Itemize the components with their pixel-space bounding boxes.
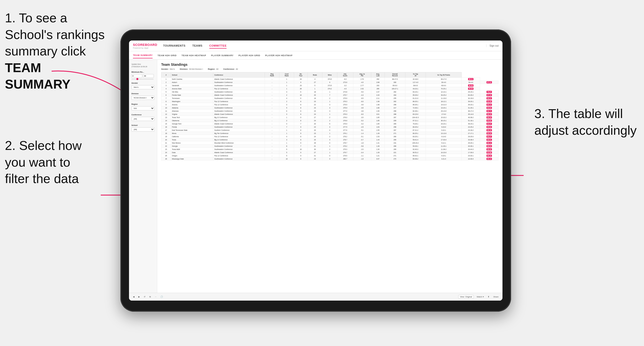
cell-9-10: 1.86 <box>371 106 385 109</box>
cell-5-14: 60-26-2 <box>462 94 480 97</box>
sub-nav-team-h2h-heatmap[interactable]: TEAM H2H HEATMAP <box>182 53 206 58</box>
cell-19-7: 4 <box>322 138 337 141</box>
cell-4-15: 79.27 <box>480 90 498 94</box>
cell-1-15: 87.21 <box>480 81 498 84</box>
cell-12-12: 104-42-3 <box>405 116 426 119</box>
cell-1-11: 260 <box>384 81 405 84</box>
cell-8-3: - <box>265 103 279 106</box>
cell-10-11: 268 <box>384 109 405 113</box>
cell-3-0: 4 <box>162 87 171 90</box>
toolbar-forward[interactable]: ▶ <box>137 295 141 298</box>
table-row: 11ArkansasSoutheastern Conference-682332… <box>162 109 498 113</box>
sub-nav-team-summary[interactable]: TEAM SUMMARY <box>133 52 152 58</box>
gender-select[interactable]: Men's Women's <box>132 85 154 89</box>
sub-nav-player-h2h-grid[interactable]: PLAYER H2H GRID <box>238 53 260 58</box>
cell-10-4: 6 <box>279 109 294 113</box>
filter-conference: Conference: All <box>223 68 238 70</box>
filter-division: Division: NCAA Division I <box>180 68 203 70</box>
cell-18-3: - <box>265 135 279 138</box>
minimum-label: Minimum Ro... <box>132 71 154 73</box>
cell-8-10: 1.98 <box>371 103 385 106</box>
cell-11-10: 3.01 <box>371 113 385 116</box>
cell-11-8: 276.3 <box>337 113 353 116</box>
cell-0-2: Atlantic Coast Conference <box>213 78 265 81</box>
gender-label: Gender <box>132 82 154 84</box>
school-select[interactable]: (All) <box>132 127 154 132</box>
table-row: 6Florida StateAtlantic Coast Conference-… <box>162 94 498 97</box>
cell-18-12: 83-25-1 <box>405 135 426 138</box>
cell-8-7: 3 <box>322 103 337 106</box>
cell-25-3: - <box>265 157 279 161</box>
cell-2-4: 1 <box>279 84 294 87</box>
conference-label: Conference <box>132 114 154 116</box>
cell-19-12: 59-41-4 <box>405 138 426 141</box>
minimum-slider[interactable] <box>132 79 154 79</box>
sub-nav: TEAM SUMMARY TEAM H2H GRID TEAM H2H HEAT… <box>129 51 502 60</box>
cell-4-10: 2.37 <box>371 90 385 94</box>
cell-6-12: 61-21-0 <box>405 97 426 100</box>
cell-13-8: 276.6 <box>337 119 353 122</box>
sub-nav-player-h2h-heatmap[interactable]: PLAYER H2H HEATMAP <box>265 53 293 58</box>
cell-16-2: Southern Conference <box>213 129 265 132</box>
min-input-2[interactable] <box>143 74 154 78</box>
toolbar-right: View: Original Watch ▾ ⬆ Share <box>458 295 500 299</box>
nav-tournaments[interactable]: TOURNAMENTS <box>163 43 186 49</box>
cell-3-14: 85.58 <box>462 87 480 90</box>
cell-10-2: Southeastern Conference <box>213 109 265 113</box>
min-input-1[interactable] <box>132 74 142 78</box>
table-row: 5Ole MissSoutheastern Conference-3618127… <box>162 90 498 94</box>
cell-9-7: 3 <box>322 106 337 109</box>
cell-13-4: 2 <box>279 119 294 122</box>
col-conf-rank: ConfRank <box>279 72 294 78</box>
watch-button[interactable]: Watch ▾ <box>476 295 485 298</box>
cell-16-13: 9-10-1 <box>426 129 462 132</box>
share-button[interactable]: ⬆ <box>487 295 490 298</box>
col-adj-score: Adj.Score <box>337 72 353 78</box>
sub-nav-team-h2h-grid[interactable]: TEAM H2H GRID <box>158 53 177 58</box>
conference-select[interactable]: (All) <box>132 117 154 121</box>
division-select[interactable]: NCAA Division I NCAA Division II NCAA Di… <box>132 96 154 100</box>
cell-21-7: 1 <box>322 145 337 148</box>
cell-6-5: 6 <box>294 97 308 100</box>
view-original-button[interactable]: View: Original <box>458 295 474 299</box>
col-rank: # <box>162 72 171 78</box>
nav-teams[interactable]: TEAMS <box>192 43 202 49</box>
toolbar-refresh[interactable]: ↺ <box>143 295 146 298</box>
cell-16-9: -5.1 <box>353 129 371 132</box>
share-label[interactable]: Share <box>492 295 500 298</box>
cell-2-13: 60-6-0 <box>426 84 462 87</box>
cell-18-10: 1.53 <box>371 135 385 138</box>
cell-24-3: - <box>265 154 279 157</box>
toolbar-clock[interactable]: 🕐 <box>160 295 164 298</box>
cell-13-6: 24 <box>308 119 322 122</box>
sidebar-division-section: Division NCAA Division I NCAA Division I… <box>132 93 154 101</box>
cell-8-12: 86-26-1 <box>405 103 426 106</box>
cell-22-3: - <box>265 148 279 151</box>
cell-1-12: 117-4-0 <box>405 81 426 84</box>
cell-15-5: 9 <box>294 125 308 129</box>
cell-24-0: 25 <box>162 154 171 157</box>
toolbar-back[interactable]: ◀ <box>132 295 136 298</box>
cell-24-13: 9-19-1 <box>426 154 462 157</box>
region-select[interactable]: N/A All <box>132 106 154 110</box>
cell-9-14: 31-29-1 <box>462 106 480 109</box>
cell-20-11: 231 <box>384 141 405 145</box>
cell-2-7: 273.5 <box>322 84 337 87</box>
sidebar-gender-section: Gender Men's Women's <box>132 82 154 90</box>
cell-14-5: 7 <box>294 122 308 125</box>
cell-3-12: 43-23-1 <box>405 87 426 90</box>
toolbar-more[interactable]: ··· <box>154 295 158 298</box>
cell-17-1: Illinois <box>171 132 213 135</box>
cell-0-1: North Carolina <box>171 78 213 81</box>
cell-21-8: 279.2 <box>337 145 353 148</box>
sign-out-button[interactable]: Sign out <box>486 44 498 47</box>
nav-committee[interactable]: COMMITTEE <box>209 43 227 49</box>
toolbar-copy[interactable]: ⧉ <box>148 295 152 299</box>
sub-nav-player-summary[interactable]: PLAYER SUMMARY <box>211 53 234 58</box>
cell-3-10: 265 <box>371 87 385 90</box>
cell-22-7: 2 <box>322 148 337 151</box>
cell-0-12: 42-18-0 <box>405 78 426 81</box>
cell-9-11: 217 <box>384 106 405 109</box>
cell-8-4: 3 <box>279 103 294 106</box>
cell-10-0: 11 <box>162 109 171 113</box>
